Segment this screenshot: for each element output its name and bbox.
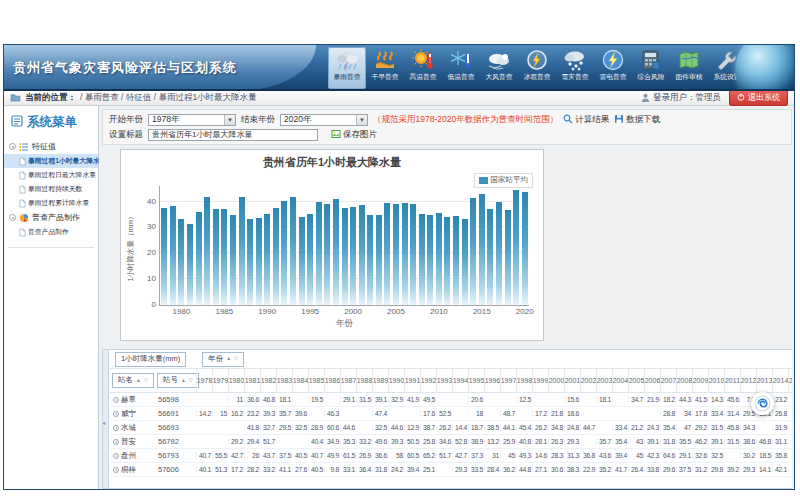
- nav-item-wind[interactable]: 大风普查: [480, 47, 518, 89]
- sidebar-group[interactable]: 特征值: [4, 139, 98, 154]
- bar[interactable]: [324, 204, 330, 305]
- end-year-select[interactable]: 2020年 ▼: [280, 114, 368, 126]
- sidebar-item[interactable]: 暴雨过程持续天数: [4, 182, 98, 196]
- nav-item-heat[interactable]: 高温普查: [404, 47, 442, 89]
- year-column-header[interactable]: 1984: [292, 369, 308, 392]
- year-column-header[interactable]: 2000: [548, 369, 564, 392]
- bar[interactable]: [247, 219, 253, 305]
- sort-desc-icon[interactable]: ▽: [189, 378, 193, 383]
- bar[interactable]: [187, 224, 193, 305]
- year-column-header[interactable]: 2001: [564, 369, 580, 392]
- station-expand-icon[interactable]: [113, 425, 119, 431]
- nav-item-lightning[interactable]: 雷电普查: [594, 47, 632, 89]
- year-column-header[interactable]: 1978: [196, 369, 212, 392]
- year-column-header[interactable]: 2008: [676, 369, 692, 392]
- bar[interactable]: [410, 204, 416, 305]
- bar[interactable]: [376, 215, 382, 305]
- year-column-header[interactable]: 1995: [468, 369, 484, 392]
- bar[interactable]: [239, 197, 245, 305]
- year-column-header[interactable]: 1979: [212, 369, 228, 392]
- bar[interactable]: [213, 209, 219, 305]
- floating-widget[interactable]: [751, 392, 774, 415]
- station-name-cell[interactable]: 赫章: [110, 395, 156, 405]
- year-sort-pill[interactable]: 年份 ▲ ▽: [202, 352, 244, 367]
- year-column-header[interactable]: 1998: [516, 369, 532, 392]
- bar[interactable]: [393, 204, 399, 305]
- bar[interactable]: [281, 201, 287, 306]
- bar[interactable]: [522, 192, 528, 305]
- year-column-header[interactable]: 1991: [404, 369, 420, 392]
- bar[interactable]: [264, 214, 270, 305]
- year-column-header[interactable]: 2004: [612, 369, 628, 392]
- bar[interactable]: [307, 214, 313, 305]
- year-column-header[interactable]: 2011: [724, 369, 740, 392]
- bar[interactable]: [299, 217, 305, 305]
- expander-icon[interactable]: [9, 143, 16, 150]
- year-column-header[interactable]: 1996: [484, 369, 500, 392]
- year-column-header[interactable]: 1980: [228, 369, 244, 392]
- station-name-cell[interactable]: 威宁: [110, 409, 156, 419]
- nav-item-map[interactable]: 图件审核: [670, 47, 708, 89]
- year-column-header[interactable]: 1982: [260, 369, 276, 392]
- bar[interactable]: [496, 202, 502, 305]
- year-column-header[interactable]: 2007: [660, 369, 676, 392]
- bar[interactable]: [273, 208, 279, 305]
- nav-item-cold[interactable]: 低温普查: [442, 47, 480, 89]
- bar[interactable]: [333, 199, 339, 305]
- chart-title-input[interactable]: 贵州省历年1小时最大降水量: [148, 129, 318, 141]
- breadcrumb-path[interactable]: / 暴雨普查 / 特征值 / 暴雨过程1小时最大降水量: [80, 92, 257, 104]
- bar[interactable]: [161, 208, 167, 305]
- year-column-header[interactable]: 1985: [308, 369, 324, 392]
- bar[interactable]: [221, 209, 227, 305]
- year-column-header[interactable]: 1994: [452, 369, 468, 392]
- start-year-select[interactable]: 1978年 ▼: [148, 114, 236, 126]
- sort-desc-icon[interactable]: ▽: [234, 356, 238, 361]
- station-expand-icon[interactable]: [113, 411, 119, 417]
- bar[interactable]: [342, 208, 348, 305]
- bar[interactable]: [350, 207, 356, 305]
- year-column-header[interactable]: 1989: [372, 369, 388, 392]
- station-name-cell[interactable]: 水城: [110, 423, 156, 433]
- bar[interactable]: [359, 205, 365, 305]
- sidebar-item[interactable]: 暴雨过程累计降水量: [4, 196, 98, 210]
- station-expand-icon[interactable]: [113, 453, 119, 459]
- bar[interactable]: [178, 219, 184, 305]
- station-expand-icon[interactable]: [113, 397, 119, 403]
- bar[interactable]: [384, 203, 390, 305]
- data-download-button[interactable]: 数据下载: [614, 114, 660, 126]
- year-column-header[interactable]: 2003: [596, 369, 612, 392]
- year-column-header[interactable]: 1999: [532, 369, 548, 392]
- chart-legend[interactable]: 国家站平均: [474, 173, 534, 188]
- sort-asc-icon[interactable]: ▲: [181, 378, 186, 383]
- nav-item-hail[interactable]: 冰雹普查: [518, 47, 556, 89]
- bar[interactable]: [316, 202, 322, 305]
- year-column-header[interactable]: 1988: [356, 369, 372, 392]
- year-column-header[interactable]: 2009: [692, 369, 708, 392]
- bar[interactable]: [470, 198, 476, 305]
- station-name-sort-pill[interactable]: 站名 ▲ ▽: [112, 373, 154, 388]
- bar[interactable]: [487, 209, 493, 305]
- sidebar-item[interactable]: 暴雨过程日最大降水量: [4, 168, 98, 182]
- year-column-header[interactable]: 2005: [628, 369, 644, 392]
- sidebar-group[interactable]: 普查产品制作: [4, 210, 98, 225]
- year-column-header[interactable]: 2013: [756, 369, 772, 392]
- year-column-header[interactable]: 1997: [500, 369, 516, 392]
- station-name-cell[interactable]: 桐梓: [110, 465, 156, 475]
- nav-item-drought[interactable]: 干旱普查: [366, 47, 404, 89]
- bar[interactable]: [479, 194, 485, 305]
- station-name-cell[interactable]: 普安: [110, 437, 156, 447]
- year-column-header[interactable]: 1986: [324, 369, 340, 392]
- calc-result-button[interactable]: 计算结果: [563, 114, 609, 126]
- bar[interactable]: [290, 197, 296, 305]
- year-column-header[interactable]: 2010: [708, 369, 724, 392]
- year-column-header[interactable]: 1993: [436, 369, 452, 392]
- sidebar-item[interactable]: 普查产品制作: [4, 225, 98, 239]
- year-column-header[interactable]: 1992: [420, 369, 436, 392]
- nav-item-risk[interactable]: 综合风险: [632, 47, 670, 89]
- sort-desc-icon[interactable]: ▽: [144, 378, 148, 383]
- bar[interactable]: [427, 215, 433, 305]
- sidebar-collapse-handle[interactable]: [103, 350, 109, 488]
- save-image-button[interactable]: 保存图片: [331, 129, 377, 141]
- bar[interactable]: [367, 215, 373, 305]
- sort-asc-icon[interactable]: ▲: [136, 378, 141, 383]
